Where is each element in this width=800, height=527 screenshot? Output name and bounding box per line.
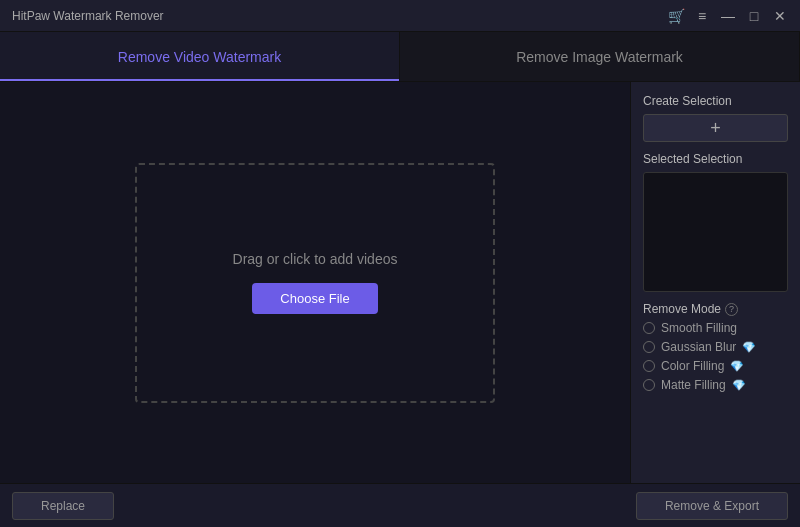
remove-mode-label: Remove Mode (643, 302, 721, 316)
maximize-icon[interactable]: □ (742, 4, 766, 28)
choose-file-button[interactable]: Choose File (252, 283, 377, 314)
radio-gaussian[interactable] (643, 341, 655, 353)
selected-selection-box (643, 172, 788, 292)
remove-export-button[interactable]: Remove & Export (636, 492, 788, 520)
mode-gaussian[interactable]: Gaussian Blur 💎 (643, 340, 788, 354)
right-panel: Create Selection + Selected Selection Re… (630, 82, 800, 483)
titlebar: HitPaw Watermark Remover 🛒 ≡ — □ ✕ (0, 0, 800, 32)
tab-image-label: Remove Image Watermark (516, 49, 683, 65)
tab-image[interactable]: Remove Image Watermark (400, 32, 800, 81)
remove-mode-title: Remove Mode ? (643, 302, 788, 316)
titlebar-controls: 🛒 ≡ — □ ✕ (664, 4, 792, 28)
mode-gaussian-label: Gaussian Blur (661, 340, 736, 354)
mode-color-label: Color Filling (661, 359, 724, 373)
premium-icon-gaussian: 💎 (742, 341, 756, 354)
premium-icon-color: 💎 (730, 360, 744, 373)
radio-smooth[interactable] (643, 322, 655, 334)
cart-icon[interactable]: 🛒 (664, 4, 688, 28)
tab-video[interactable]: Remove Video Watermark (0, 32, 400, 81)
premium-icon-matte: 💎 (732, 379, 746, 392)
replace-button[interactable]: Replace (12, 492, 114, 520)
remove-mode-help-icon[interactable]: ? (725, 303, 738, 316)
minimize-icon[interactable]: — (716, 4, 740, 28)
radio-color[interactable] (643, 360, 655, 372)
app-title-text: HitPaw Watermark Remover (12, 9, 164, 23)
remove-mode-section: Remove Mode ? Smooth Filling Gaussian Bl… (643, 302, 788, 392)
titlebar-app-name: HitPaw Watermark Remover (12, 9, 164, 23)
tab-bar: Remove Video Watermark Remove Image Wate… (0, 32, 800, 82)
mode-matte[interactable]: Matte Filling 💎 (643, 378, 788, 392)
create-selection-section: Create Selection + (643, 94, 788, 142)
drop-zone[interactable]: Drag or click to add videos Choose File (135, 163, 495, 403)
create-selection-button[interactable]: + (643, 114, 788, 142)
selected-selection-section: Selected Selection (643, 152, 788, 292)
create-selection-label: Create Selection (643, 94, 788, 108)
bottom-bar: Replace Remove & Export (0, 483, 800, 527)
radio-matte[interactable] (643, 379, 655, 391)
mode-smooth[interactable]: Smooth Filling (643, 321, 788, 335)
main-area: Drag or click to add videos Choose File … (0, 82, 800, 483)
mode-color[interactable]: Color Filling 💎 (643, 359, 788, 373)
content-area: Drag or click to add videos Choose File (0, 82, 630, 483)
mode-smooth-label: Smooth Filling (661, 321, 737, 335)
mode-matte-label: Matte Filling (661, 378, 726, 392)
menu-icon[interactable]: ≡ (690, 4, 714, 28)
close-icon[interactable]: ✕ (768, 4, 792, 28)
drop-zone-text: Drag or click to add videos (233, 251, 398, 267)
tab-video-label: Remove Video Watermark (118, 49, 281, 65)
selected-selection-label: Selected Selection (643, 152, 788, 166)
